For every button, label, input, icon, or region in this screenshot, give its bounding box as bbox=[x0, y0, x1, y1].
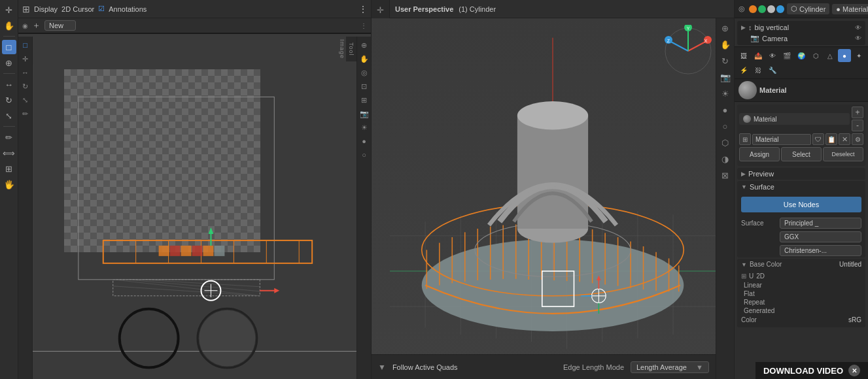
props-output-icon[interactable]: 📤 bbox=[752, 49, 765, 62]
tree-item-big-vertical[interactable]: ▶ ↕ big vertical 👁 bbox=[737, 22, 865, 33]
cylinder-tab[interactable]: ⬡ Cylinder bbox=[787, 3, 829, 14]
uv-right-material[interactable]: ● bbox=[358, 135, 370, 147]
edge-length-dropdown[interactable]: Length Average ▼ bbox=[631, 361, 709, 373]
properties-content: Material + - ⊞ Material 🛡 📋 ✕ ⚙ Assign S… bbox=[735, 102, 868, 379]
vp-xray-icon[interactable]: ⊠ bbox=[718, 168, 733, 182]
props-mesh-icon[interactable]: △ bbox=[824, 49, 837, 62]
props-render-icon[interactable]: 🖼 bbox=[737, 49, 750, 62]
uv-right-pivot[interactable]: ◎ bbox=[358, 67, 370, 78]
use-nodes-button[interactable]: Use Nodes bbox=[741, 197, 861, 212]
uv-right-render[interactable]: ☀ bbox=[358, 122, 370, 133]
props-material-icon[interactable]: ● bbox=[838, 49, 851, 62]
uv-cursor-label[interactable]: 2D Cursor bbox=[61, 5, 94, 13]
viewport-canvas[interactable]: X Y Z bbox=[372, 18, 734, 379]
new-btn-plus[interactable]: ＋ bbox=[32, 20, 41, 31]
tool-cursor2[interactable]: ⊕ bbox=[2, 56, 16, 70]
vp-cursor-icon[interactable]: ✛ bbox=[373, 3, 388, 17]
color-row-repeat[interactable]: Repeat bbox=[741, 298, 861, 306]
deselect-button[interactable]: Deselect bbox=[823, 147, 863, 161]
dot-white bbox=[767, 5, 775, 13]
uv-tool-annotate[interactable]: ✏ bbox=[20, 108, 31, 120]
tree-visibility-icon: 👁 bbox=[855, 24, 861, 31]
new-btn-label[interactable]: New bbox=[44, 20, 76, 31]
viewport-header: User Perspective (1) Cylinder bbox=[372, 0, 734, 18]
uv-mesh-overlay bbox=[18, 37, 371, 379]
surface-section: ▼ Surface Use Nodes Surface Principled _… bbox=[737, 181, 865, 257]
material-tab[interactable]: ● Material bbox=[832, 4, 868, 14]
download-label[interactable]: DOWNLOAD VIDEO bbox=[763, 366, 843, 376]
tool-cursor[interactable]: ✛ bbox=[2, 3, 16, 17]
tool-measure[interactable]: ⟺ bbox=[2, 146, 16, 160]
surface-type-dropdown[interactable]: Principled _ bbox=[780, 218, 861, 229]
mat-name-field[interactable]: Material bbox=[752, 134, 811, 145]
uv-right-solid[interactable]: ○ bbox=[358, 149, 370, 161]
props-object-icon[interactable]: ⬡ bbox=[809, 49, 822, 62]
uv-tool-scale[interactable]: ⤡ bbox=[20, 94, 31, 106]
mat-shield-btn[interactable]: 🛡 bbox=[812, 133, 824, 145]
material-tab-icon: ● bbox=[836, 5, 841, 13]
mat-options-btn[interactable]: ⚙ bbox=[852, 133, 863, 145]
uv-mode-icon[interactable]: ⊞ bbox=[22, 4, 30, 14]
svg-rect-79 bbox=[517, 116, 588, 229]
uv-canvas[interactable]: □ ✛ ↔ ↻ ⤡ ✏ bbox=[18, 37, 371, 379]
props-constraints-icon[interactable]: ⛓ bbox=[752, 63, 765, 76]
uv-tool-cursor[interactable]: ✛ bbox=[20, 53, 31, 65]
tool-add[interactable]: ⊞ bbox=[2, 161, 16, 176]
vp-orbit-icon[interactable]: ↻ bbox=[718, 54, 733, 68]
tree-item-camera[interactable]: 📷 Camera 👁 bbox=[737, 33, 865, 44]
props-particles-icon[interactable]: ✦ bbox=[852, 49, 865, 62]
mat-copy-btn[interactable]: 📋 bbox=[825, 133, 837, 145]
color-row-linear[interactable]: Linear bbox=[741, 281, 861, 289]
vp-zoom-icon[interactable]: ⊕ bbox=[718, 21, 733, 35]
color-row-generated[interactable]: Generated bbox=[741, 306, 861, 315]
vp-solid-icon[interactable]: ○ bbox=[718, 119, 733, 133]
select-button[interactable]: Select bbox=[781, 147, 822, 161]
uv-tool-move[interactable]: ↔ bbox=[20, 67, 31, 78]
vp-camera-view-icon[interactable]: 📷 bbox=[718, 70, 733, 84]
generated-label: Generated bbox=[744, 307, 774, 314]
props-modifiers-icon[interactable]: 🔧 bbox=[766, 63, 779, 76]
mat-browse-btn[interactable]: ⊞ bbox=[739, 133, 751, 145]
assign-button[interactable]: Assign bbox=[739, 147, 780, 161]
color-row-flat[interactable]: Flat bbox=[741, 289, 861, 298]
preview-section[interactable]: ▶ Preview bbox=[737, 168, 865, 180]
mat-unlink-btn[interactable]: ✕ bbox=[839, 133, 850, 145]
uv-right-fit[interactable]: ⊡ bbox=[358, 80, 370, 92]
uv-annotations-label[interactable]: Annotations bbox=[109, 5, 147, 13]
vp-render-icon[interactable]: ☀ bbox=[718, 86, 733, 101]
vp-overlay-icon[interactable]: ◑ bbox=[718, 152, 733, 166]
mat-item-name: Material bbox=[754, 116, 777, 123]
props-scene-icon[interactable]: 🎬 bbox=[780, 49, 793, 62]
uv-right-ortho[interactable]: ⊞ bbox=[358, 94, 370, 106]
tool-move[interactable]: ↔ bbox=[2, 77, 16, 91]
vp-matcap-icon[interactable]: ● bbox=[718, 103, 733, 117]
tool-annotate[interactable]: ✏ bbox=[2, 130, 16, 144]
uv-annotations-check[interactable]: ☑ bbox=[98, 5, 105, 13]
mat-remove-btn[interactable]: - bbox=[852, 120, 863, 131]
tool-hand[interactable]: ✋ bbox=[2, 18, 16, 33]
download-close-button[interactable]: ✕ bbox=[848, 365, 860, 376]
tool-grab[interactable]: 🖐 bbox=[2, 177, 16, 191]
vp-wireframe-icon[interactable]: ⬡ bbox=[718, 135, 733, 150]
tree-camera-visibility: 👁 bbox=[855, 35, 861, 42]
color-label-row: Color bbox=[741, 316, 757, 323]
uv-right-camera[interactable]: 📷 bbox=[358, 108, 370, 120]
vp-pan-icon[interactable]: ✋ bbox=[718, 37, 733, 52]
tool-select[interactable]: □ bbox=[2, 40, 16, 54]
uv-tool-select[interactable]: □ bbox=[20, 39, 31, 51]
surface-header[interactable]: ▼ Surface bbox=[737, 181, 865, 193]
uv-tool-rotate[interactable]: ↻ bbox=[20, 80, 31, 92]
uv-display-label[interactable]: Display bbox=[34, 5, 58, 13]
props-view-icon[interactable]: 👁 bbox=[766, 49, 779, 62]
mat-add-btn[interactable]: + bbox=[852, 107, 863, 118]
props-world-icon[interactable]: 🌍 bbox=[795, 49, 808, 62]
tool-scale[interactable]: ⤡ bbox=[2, 108, 16, 123]
props-physics-icon[interactable]: ⚡ bbox=[737, 63, 750, 76]
christensen-dropdown[interactable]: Christensen-... bbox=[780, 245, 861, 256]
cylinder-icon: ⬡ bbox=[791, 5, 797, 13]
right-panel-icon-render[interactable]: ◎ bbox=[738, 5, 745, 13]
tool-rotate[interactable]: ↻ bbox=[2, 93, 16, 107]
ggx-dropdown[interactable]: GGX bbox=[780, 231, 861, 242]
uv-right-zoom[interactable]: ⊕ bbox=[358, 39, 370, 51]
uv-right-pan[interactable]: ✋ bbox=[358, 53, 370, 65]
